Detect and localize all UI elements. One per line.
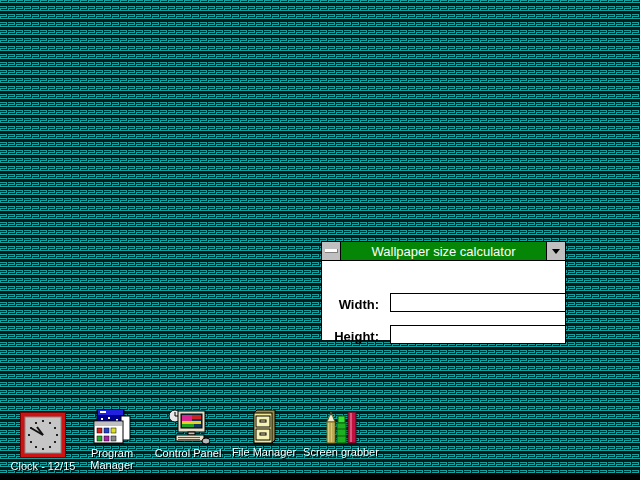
minimize-button[interactable]: [546, 242, 565, 260]
icon-label: Program Manager: [81, 447, 143, 471]
height-input[interactable]: [390, 325, 566, 344]
system-menu-button[interactable]: [322, 242, 341, 260]
screen-grabber-icon: [324, 410, 358, 444]
icon-label: Clock - 12/15: [11, 460, 76, 472]
width-input[interactable]: [390, 293, 566, 312]
system-menu-minus-icon: [325, 249, 338, 253]
titlebar[interactable]: Wallpaper size calculator: [322, 242, 565, 261]
control-panel-icon: [166, 409, 210, 445]
desktop-wallpaper-pattern: [0, 0, 640, 480]
icon-label: Screen grabber: [303, 446, 379, 458]
bottom-black-strip: [0, 473, 640, 480]
window-title: Wallpaper size calculator: [341, 242, 546, 260]
width-label: Width:: [322, 297, 379, 312]
desktop: Clock - 12/15: [0, 0, 640, 480]
wallpaper-size-calculator-window: Wallpaper size calculator Width: Height:: [321, 241, 566, 339]
clock-icon: [20, 412, 66, 458]
icon-label: File Manager: [232, 446, 296, 458]
down-arrow-icon: [552, 249, 560, 254]
file-manager-icon: [251, 410, 277, 444]
height-label: Height:: [322, 329, 379, 344]
program-manager-icon: [93, 409, 131, 445]
window-body: Width: Height:: [322, 261, 565, 340]
desktop-icon-screen-grabber[interactable]: Screen grabber: [296, 410, 386, 458]
icon-label: Control Panel: [155, 447, 222, 459]
